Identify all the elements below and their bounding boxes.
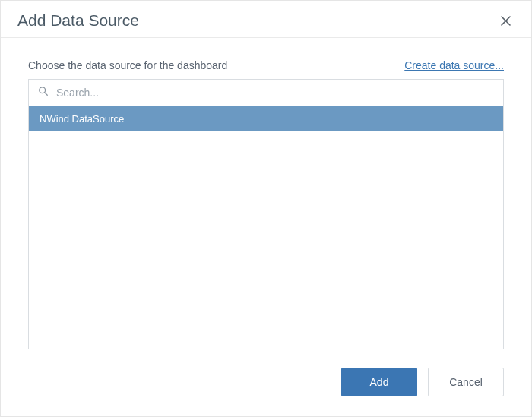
svg-point-0	[40, 87, 46, 93]
instruction-row: Choose the data source for the dashboard…	[28, 59, 504, 71]
list-item[interactable]: NWind DataSource	[29, 106, 503, 131]
create-data-source-link[interactable]: Create data source...	[404, 59, 504, 71]
data-source-listbox: NWind DataSource	[28, 79, 504, 349]
add-data-source-dialog: Add Data Source Choose the data source f…	[0, 0, 532, 417]
search-row	[29, 80, 503, 106]
dialog-body: Choose the data source for the dashboard…	[1, 38, 531, 368]
svg-line-1	[45, 93, 47, 95]
dialog-footer: Add Cancel	[1, 368, 531, 416]
add-button[interactable]: Add	[341, 368, 417, 396]
close-icon	[500, 15, 511, 27]
dialog-header: Add Data Source	[1, 1, 531, 38]
search-icon	[38, 86, 55, 100]
search-input[interactable]	[55, 86, 494, 100]
data-source-list[interactable]: NWind DataSource	[29, 106, 503, 349]
close-button[interactable]	[497, 12, 515, 30]
dialog-title: Add Data Source	[17, 11, 139, 30]
instruction-text: Choose the data source for the dashboard	[28, 59, 227, 71]
cancel-button[interactable]: Cancel	[428, 368, 504, 396]
